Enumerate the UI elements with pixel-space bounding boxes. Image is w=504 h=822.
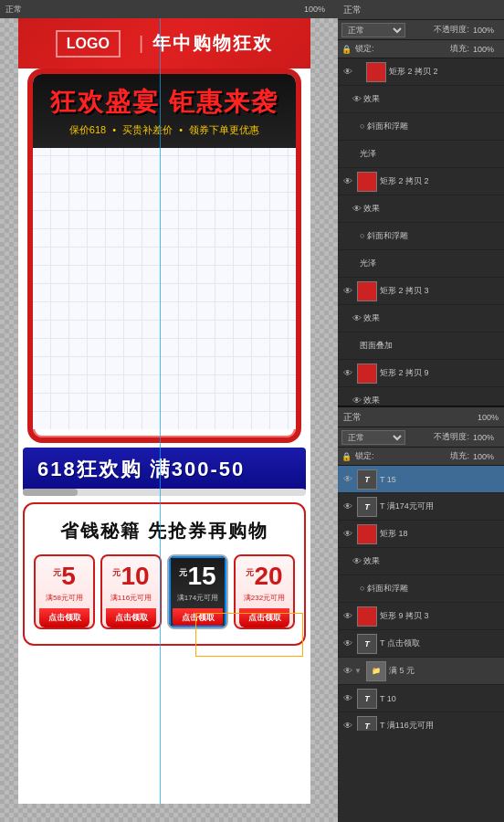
canvas-toolbar: 正常 100% [0, 0, 338, 18]
bottom-layer-arrow-8: ▼ [354, 667, 363, 675]
bottom-opacity-val[interactable]: 100% [473, 433, 500, 442]
bottom-panel-title: 正常 [343, 411, 362, 424]
blend-mode-select[interactable]: 正常 [341, 23, 405, 37]
logo-text: LOGO [56, 30, 121, 58]
bottom-layer-eye-2[interactable]: 👁 [341, 501, 354, 513]
voucher-btn-2[interactable]: 点击领取 [106, 608, 156, 627]
voucher-condition-1: 满58元可用 [46, 593, 83, 603]
fill-value[interactable]: 100% [473, 45, 500, 54]
bottom-layer-item-8[interactable]: 👁 ▼ 📁 满 5 元 [338, 658, 504, 685]
bottom-layer-name-3: 矩形 18 [380, 528, 500, 540]
bottom-layer-item-5[interactable]: ○ 斜面和浮雕 [338, 575, 504, 603]
subtitle-part2: 买贵补差价 [122, 124, 173, 135]
bottom-layer-eye-6[interactable]: 👁 [341, 610, 354, 623]
bottom-layer-item-4[interactable]: 👁 效果 [338, 548, 504, 575]
layer-item-8[interactable]: 光泽 [338, 250, 504, 278]
layer-name-1: 矩形 2 拷贝 2 [389, 66, 500, 78]
layer-eye-1[interactable]: 👁 [341, 66, 354, 79]
layer-thumb-1 [366, 62, 386, 82]
layers-list[interactable]: 👁 矩形 2 拷贝 2 👁 效果 ○ 斜面和浮雕 光泽 👁 矩形 2 拷贝 2 … [338, 58, 504, 406]
layer-thumb-12 [357, 364, 377, 384]
banner-divider: | [139, 33, 143, 54]
voucher-card-3[interactable]: 元 15 满174元可用 点击领取 [167, 554, 228, 629]
layer-name-13: 效果 [363, 395, 500, 406]
bottom-lock-icon: 🔒 [341, 452, 352, 461]
bottom-layer-eye-3[interactable]: 👁 [341, 528, 354, 541]
bottom-layer-eye-8[interactable]: 👁 [341, 665, 354, 678]
layer-eye-9[interactable]: 👁 [341, 285, 354, 298]
layer-item-3[interactable]: ○ 斜面和浮雕 [338, 113, 504, 141]
voucher-num-1: 5 [61, 564, 76, 589]
bottom-layer-name-6: 矩形 9 拷贝 3 [380, 610, 500, 622]
bottom-layer-item-6[interactable]: 👁 矩形 9 拷贝 3 [338, 603, 504, 630]
bottom-layers-list[interactable]: 👁 T T 15 👁 T T 满174元可用 👁 矩形 18 👁 效果 ○ 斜面… [338, 466, 504, 731]
fill-label: 填充: [450, 43, 469, 55]
layer-item-2[interactable]: 👁 效果 [338, 86, 504, 113]
layer-item-1[interactable]: 👁 矩形 2 拷贝 2 [338, 58, 504, 86]
voucher-btn-4[interactable]: 点击领取 [239, 608, 289, 627]
layer-eye-2[interactable]: 👁 [351, 93, 363, 106]
bottom-layer-eye-1[interactable]: 👁 [341, 473, 354, 486]
subtitle-part3: 领券下单更优惠 [189, 124, 259, 135]
voucher-cards: 元 5 满58元可用 点击领取 元 10 满116元可用 点击领取 [34, 554, 295, 629]
layer-item-9[interactable]: 👁 矩形 2 拷贝 3 [338, 278, 504, 305]
bottom-opacity-label: 不透明度: [434, 431, 469, 443]
layer-item-10[interactable]: 👁 效果 [338, 305, 504, 332]
bottom-layer-eye-9[interactable]: 👁 [341, 692, 354, 705]
voucher-num-2: 10 [121, 564, 149, 589]
bottom-layer-item-9[interactable]: 👁 T T 10 [338, 685, 504, 712]
bottom-layer-eye-4[interactable]: 👁 [351, 555, 363, 568]
layer-eye-10[interactable]: 👁 [351, 312, 363, 325]
lock-row: 🔒 锁定: 填充: 100% [338, 40, 504, 58]
layer-name-3: ○ 斜面和浮雕 [360, 121, 500, 132]
layer-eye-12[interactable]: 👁 [341, 367, 354, 380]
layer-item-5[interactable]: 👁 矩形 2 拷贝 2 [338, 168, 504, 195]
bottom-layer-thumb-7: T [357, 634, 377, 654]
lock-label: 锁定: [355, 43, 374, 55]
layer-item-12[interactable]: 👁 矩形 2 拷贝 9 [338, 360, 504, 387]
bottom-layer-name-1: T 15 [380, 475, 500, 484]
bottom-blend-select[interactable]: 正常 [341, 430, 405, 445]
scroll-indicator[interactable] [23, 489, 306, 496]
scroll-thumb [23, 489, 78, 496]
bottom-layer-eye-10[interactable]: 👁 [341, 720, 354, 732]
bottom-layer-item-2[interactable]: 👁 T T 满174元可用 [338, 493, 504, 521]
voucher-card-2[interactable]: 元 10 满116元可用 点击领取 [100, 554, 162, 629]
layer-eye-13[interactable]: 👁 [351, 395, 363, 406]
layer-item-6[interactable]: 👁 效果 [338, 195, 504, 223]
voucher-currency-2: 元 [112, 567, 121, 579]
layer-item-11[interactable]: 图面叠加 [338, 332, 504, 360]
layers-panel-title: 正常 [343, 4, 362, 16]
opacity-value[interactable]: 100% [473, 26, 500, 35]
voucher-btn-1[interactable]: 点击领取 [39, 608, 89, 627]
bottom-layer-eye-7[interactable]: 👁 [341, 638, 354, 650]
layer-item-4[interactable]: 光泽 [338, 141, 504, 168]
voucher-btn-3[interactable]: 点击领取 [173, 608, 223, 627]
banner-header: LOGO | 年中购物狂欢 [18, 18, 310, 68]
layer-name-11: 图面叠加 [360, 340, 500, 352]
layer-name-2: 效果 [363, 93, 500, 105]
zoom-label: 正常 [5, 4, 22, 16]
bottom-layer-item-10[interactable]: 👁 T T 满116元可用 [338, 712, 504, 731]
bottom-layer-name-9: T 10 [380, 694, 500, 703]
layer-eye-5[interactable]: 👁 [341, 175, 354, 188]
voucher-condition-4: 满232元可用 [244, 593, 285, 603]
bottom-layer-name-8: 满 5 元 [389, 665, 500, 677]
bottom-layer-item-7[interactable]: 👁 T T 点击领取 [338, 630, 504, 658]
layer-name-7: ○ 斜面和浮雕 [360, 230, 500, 242]
voucher-amount-1: 元 5 [53, 564, 76, 589]
voucher-card-1[interactable]: 元 5 满58元可用 点击领取 [34, 554, 95, 629]
bottom-fill-val[interactable]: 100% [473, 452, 500, 461]
card-subtitle: 保价618 • 买贵补差价 • 领券下单更优惠 [44, 123, 285, 137]
opacity-label: 不透明度: [434, 24, 469, 36]
bottom-layer-thumb-1: T [357, 469, 377, 490]
bottom-layer-item-3[interactable]: 👁 矩形 18 [338, 521, 504, 548]
bottom-layer-item-1[interactable]: 👁 T T 15 [338, 466, 504, 493]
layer-item-13[interactable]: 👁 效果 [338, 387, 504, 406]
voucher-card-4[interactable]: 元 20 满232元可用 点击领取 [234, 554, 295, 629]
layer-thumb-5 [357, 172, 377, 192]
card-headline: 狂欢盛宴 钜惠来袭 [44, 85, 285, 120]
layer-item-7[interactable]: ○ 斜面和浮雕 [338, 223, 504, 250]
coupon-bar[interactable]: 618狂欢购 满300-50 [23, 448, 306, 491]
layer-eye-6[interactable]: 👁 [351, 203, 363, 216]
